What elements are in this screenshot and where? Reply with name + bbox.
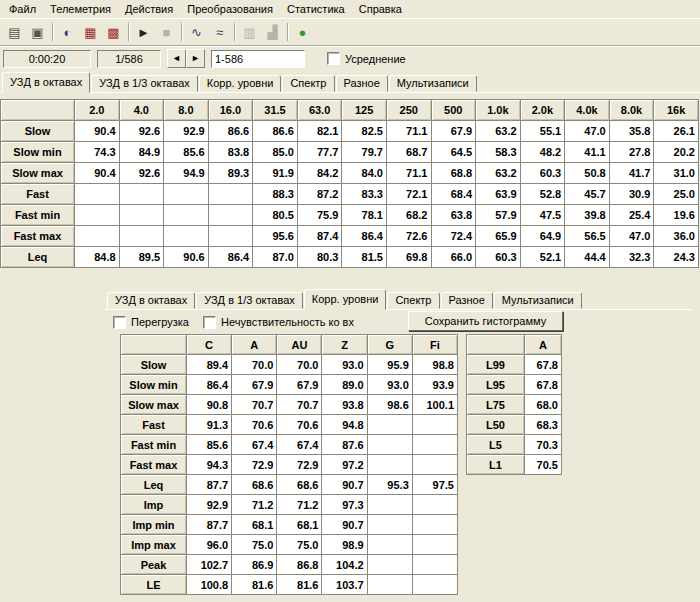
value-cell: 68.1: [232, 515, 277, 535]
averaging-checkbox[interactable]: Усреднение: [327, 52, 406, 65]
value-cell: 72.9: [277, 455, 322, 475]
row-label: Imp min: [121, 515, 187, 535]
open-document-icon[interactable]: ▤: [3, 21, 26, 44]
value-cell: 92.6: [119, 121, 164, 142]
row-label: L1: [467, 455, 525, 475]
value-cell: 92.6: [119, 163, 164, 184]
value-cell: 70.7: [232, 395, 277, 415]
value-cell: 68.8: [431, 163, 476, 184]
overload-checkbox[interactable]: Перегрузка: [113, 316, 189, 329]
menu-statistics[interactable]: Статистика: [280, 2, 352, 16]
tab-misc[interactable]: Разное: [441, 292, 493, 309]
waveform-icon[interactable]: ≈: [208, 21, 231, 44]
value-cell: 104.2: [322, 555, 367, 575]
value-cell: 83.8: [208, 142, 253, 163]
value-cell: 97.5: [412, 475, 457, 495]
value-cell: [119, 184, 164, 205]
column-header: 2.0k: [520, 100, 565, 121]
overload-label: Перегрузка: [131, 316, 189, 328]
value-cell: 86.4: [342, 226, 387, 247]
toolbar-separator: [287, 23, 288, 41]
value-cell: 88.3: [253, 184, 298, 205]
column-header: 4.0: [119, 100, 164, 121]
column-header: C: [187, 335, 232, 355]
menu-file[interactable]: Файл: [2, 2, 43, 16]
table-row: L9967.8: [467, 355, 562, 375]
row-label: L50: [467, 415, 525, 435]
value-cell: 90.4: [75, 163, 120, 184]
value-cell: 75.9: [297, 205, 342, 226]
value-cell: 98.8: [412, 355, 457, 375]
sine-wave-icon[interactable]: ∿: [185, 21, 208, 44]
value-cell: 72.4: [431, 226, 476, 247]
table-row: L570.3: [467, 435, 562, 455]
insensitivity-checkbox[interactable]: Нечувствительность ко вх: [203, 316, 354, 329]
value-cell: 83.3: [342, 184, 387, 205]
table-row: Fast max94.372.972.997.2: [121, 455, 458, 475]
menu-help[interactable]: Справка: [352, 2, 409, 16]
value-cell: 55.1: [520, 121, 565, 142]
table-row: Slow min86.467.967.989.093.093.9: [121, 375, 458, 395]
value-cell: 68.4: [431, 184, 476, 205]
menu-telemetry[interactable]: Телеметрия: [43, 2, 118, 16]
tab-corrected-levels[interactable]: Корр. уровни: [304, 289, 387, 310]
value-cell: 97.2: [322, 455, 367, 475]
value-cell: [208, 184, 253, 205]
value-cell: 84.0: [342, 163, 387, 184]
value-cell: [75, 226, 120, 247]
save-icon[interactable]: ▦: [79, 21, 102, 44]
row-label: Peak: [121, 555, 187, 575]
tab-multirecords[interactable]: Мультизаписи: [389, 75, 477, 92]
clock-icon[interactable]: ◐: [56, 21, 79, 44]
value-cell: 85.0: [253, 142, 298, 163]
value-cell: 25.4: [609, 205, 654, 226]
value-cell: 67.4: [277, 435, 322, 455]
value-cell: 27.8: [609, 142, 654, 163]
status-led-icon[interactable]: ●: [291, 21, 314, 44]
value-cell: 69.8: [386, 247, 431, 268]
value-cell: 87.7: [187, 475, 232, 495]
tab-corrected-levels[interactable]: Корр. уровни: [199, 75, 282, 92]
column-header: 8.0k: [609, 100, 654, 121]
tab-spectrum[interactable]: Спектр: [282, 75, 334, 92]
value-cell: 19.6: [654, 205, 699, 226]
value-cell: 78.1: [342, 205, 387, 226]
value-cell: [75, 205, 120, 226]
menu-actions[interactable]: Действия: [118, 2, 180, 16]
table-row: Slow min74.384.985.683.885.077.779.768.7…: [1, 142, 699, 163]
tab-spl-octaves[interactable]: УЗД в октавах: [107, 292, 195, 309]
value-cell: 63.8: [431, 205, 476, 226]
save-all-icon[interactable]: ▩: [102, 21, 125, 44]
value-cell: 72.9: [232, 455, 277, 475]
tab-spl-third-octaves[interactable]: УЗД в 1/3 октавах: [91, 75, 198, 92]
value-cell: 94.3: [187, 455, 232, 475]
value-cell: 67.8: [525, 355, 562, 375]
range-input[interactable]: [211, 50, 305, 68]
value-cell: [412, 415, 457, 435]
value-cell: 25.0: [654, 184, 699, 205]
value-cell: 93.9: [412, 375, 457, 395]
value-cell: 70.7: [277, 395, 322, 415]
play-to-end-icon[interactable]: ►: [132, 21, 155, 44]
next-record-button[interactable]: ►: [186, 49, 205, 68]
menu-bar: ФайлТелеметрияДействияПреобразованияСтат…: [0, 0, 700, 18]
menu-transforms[interactable]: Преобразования: [180, 2, 280, 16]
save-histogram-button[interactable]: Сохранить гистограмму: [408, 311, 563, 331]
tab-spectrum[interactable]: Спектр: [387, 292, 439, 309]
table-row: Leq87.768.668.690.795.397.5: [121, 475, 458, 495]
tab-spl-octaves[interactable]: УЗД в октавах: [2, 72, 90, 93]
value-cell: 68.2: [386, 205, 431, 226]
value-cell: 82.5: [342, 121, 387, 142]
tab-misc[interactable]: Разное: [336, 75, 388, 92]
prev-record-button[interactable]: ◄: [167, 49, 186, 68]
value-cell: 70.0: [277, 355, 322, 375]
column-header: 16k: [654, 100, 699, 121]
copy-icon[interactable]: ▣: [26, 21, 49, 44]
value-cell: 20.2: [654, 142, 699, 163]
tab-multirecords[interactable]: Мультизаписи: [494, 292, 582, 309]
tab-spl-third-octaves[interactable]: УЗД в 1/3 октавах: [196, 292, 303, 309]
value-cell: [75, 184, 120, 205]
value-cell: 68.6: [277, 475, 322, 495]
value-cell: 41.1: [565, 142, 610, 163]
table-row: L7568.0: [467, 395, 562, 415]
